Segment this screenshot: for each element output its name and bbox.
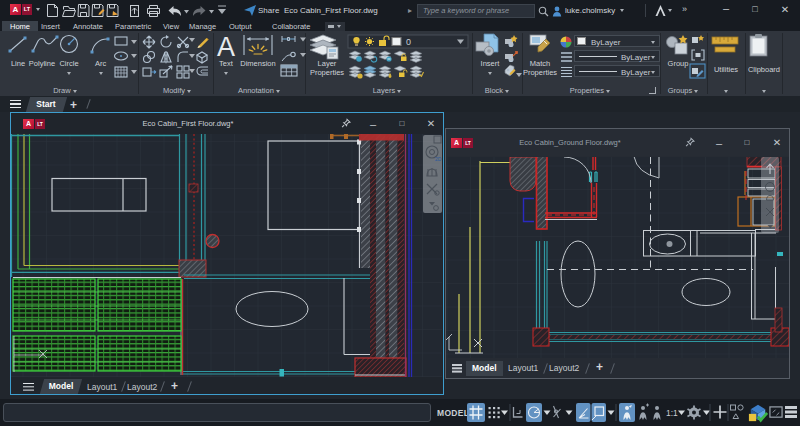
svg-text:1:1: 1:1 bbox=[666, 408, 678, 418]
svg-text:A: A bbox=[217, 32, 235, 62]
svg-text:2D: 2D bbox=[435, 156, 442, 162]
svg-text:0: 0 bbox=[406, 37, 411, 47]
